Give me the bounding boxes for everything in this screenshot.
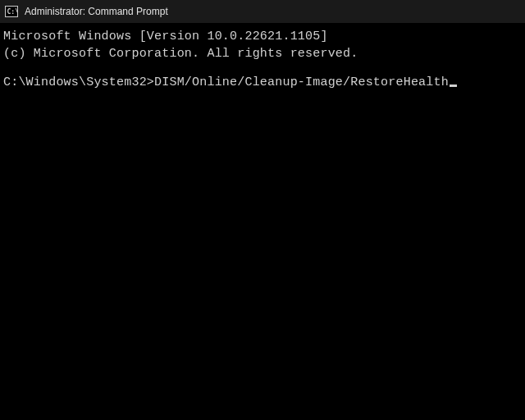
svg-text:C:\: C:\ — [7, 8, 19, 16]
prompt-path: C:\Windows\System32> — [3, 75, 154, 89]
copyright-line: (c) Microsoft Corporation. All rights re… — [3, 45, 522, 62]
terminal-output[interactable]: Microsoft Windows [Version 10.0.22621.11… — [0, 23, 525, 420]
window-titlebar: C:\ Administrator: Command Prompt — [0, 0, 525, 23]
cmd-icon: C:\ — [5, 5, 18, 18]
prompt-line: C:\Windows\System32>DISM/Online/Cleanup-… — [3, 74, 522, 91]
command-input[interactable]: DISM/Online/Cleanup-Image/RestoreHealth — [154, 75, 449, 89]
cursor — [450, 84, 457, 87]
version-line: Microsoft Windows [Version 10.0.22621.11… — [3, 28, 522, 45]
window-title: Administrator: Command Prompt — [25, 6, 168, 17]
